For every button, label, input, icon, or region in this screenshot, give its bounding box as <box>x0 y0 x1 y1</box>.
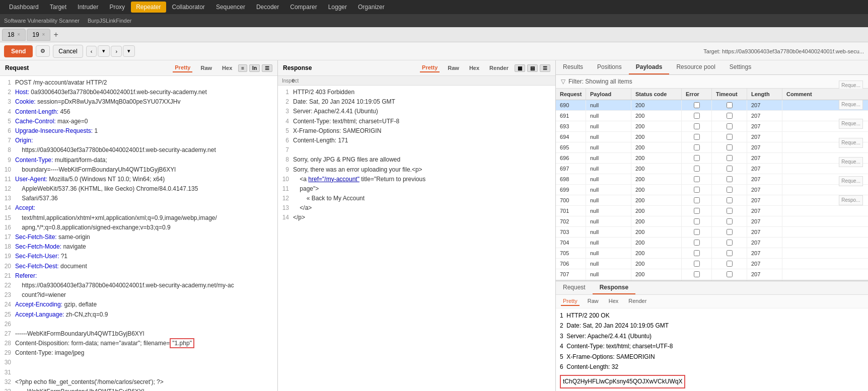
table-row[interactable]: 697 null 200 207 <box>556 164 868 174</box>
td-timeout[interactable] <box>712 185 747 195</box>
td-error[interactable] <box>682 142 712 152</box>
td-error[interactable] <box>682 259 712 269</box>
td-timeout[interactable] <box>712 153 747 163</box>
resp-tab-hex[interactable]: Hex <box>467 64 481 72</box>
td-timeout[interactable] <box>712 216 747 226</box>
send-button[interactable]: Send <box>4 45 33 57</box>
table-row[interactable]: 696 null 200 207 <box>556 153 868 164</box>
rb-tab-response[interactable]: Response <box>593 281 635 294</box>
tab-19-close[interactable]: × <box>42 32 45 37</box>
nav-repeater[interactable]: Repeater <box>131 2 166 13</box>
td-timeout[interactable] <box>712 269 747 279</box>
req-tab-hex[interactable]: Hex <box>220 64 234 72</box>
table-row[interactable]: 705 null 200 207 <box>556 248 868 259</box>
td-timeout[interactable] <box>712 238 747 248</box>
nav-organizer[interactable]: Organizer <box>353 2 390 13</box>
nav-proxy[interactable]: Proxy <box>104 2 130 13</box>
td-error[interactable] <box>682 121 712 131</box>
cancel-button[interactable]: Cancel <box>53 45 83 58</box>
table-row[interactable]: 702 null 200 207 <box>556 216 868 227</box>
th-length[interactable]: Length <box>747 89 782 100</box>
response-code[interactable]: 1HTTP/2 403 Forbidden 2Date: Sat, 20 Jan… <box>278 86 555 391</box>
table-row[interactable]: 701 null 200 207 <box>556 206 868 216</box>
req-tab-pretty[interactable]: Pretty <box>173 63 192 72</box>
table-row[interactable]: 704 null 200 207 <box>556 238 868 248</box>
th-comment[interactable]: Comment <box>782 89 868 100</box>
req-icon-ln[interactable]: ln <box>249 64 260 72</box>
nav-collaborator[interactable]: Collaborator <box>167 2 210 13</box>
tab-results[interactable]: Results <box>556 60 590 74</box>
table-row[interactable]: 699 null 200 207 <box>556 185 868 195</box>
table-row[interactable]: 703 null 200 207 <box>556 227 868 238</box>
req-tab-raw[interactable]: Raw <box>198 64 214 72</box>
table-row[interactable]: 700 null 200 207 <box>556 195 868 206</box>
nav-comparer[interactable]: Comparer <box>285 2 322 13</box>
th-payload[interactable]: Payload <box>586 89 631 100</box>
td-error[interactable] <box>682 132 712 142</box>
td-error[interactable] <box>682 164 712 174</box>
table-row[interactable]: 695 null 200 207 <box>556 142 868 153</box>
nav-dashboard[interactable]: Dashboard <box>4 2 44 13</box>
td-error[interactable] <box>682 216 712 226</box>
table-row[interactable]: 694 null 200 207 <box>556 132 868 142</box>
td-timeout[interactable] <box>712 195 747 205</box>
settings-button[interactable]: ⚙ <box>36 45 50 57</box>
td-error[interactable] <box>682 174 712 184</box>
table-row[interactable]: 691 null 200 207 <box>556 111 868 121</box>
nav-fwd-button[interactable]: › <box>111 46 122 57</box>
tab-18[interactable]: 18 × <box>2 29 26 41</box>
table-row[interactable]: 706 null 200 207 <box>556 259 868 269</box>
table-row[interactable]: 690 null 200 207 <box>556 100 868 111</box>
resp-icon-2[interactable]: ▤ <box>527 64 538 72</box>
td-error[interactable] <box>682 185 712 195</box>
td-error[interactable] <box>682 195 712 205</box>
td-timeout[interactable] <box>712 142 747 152</box>
th-error[interactable]: Error <box>682 89 712 100</box>
tab-18-close[interactable]: × <box>17 32 20 37</box>
req-icon-menu[interactable]: ☰ <box>262 64 272 72</box>
req-icon-wrap[interactable]: ≡ <box>238 64 247 72</box>
tab-payloads[interactable]: Payloads <box>629 60 670 74</box>
nav-decoder[interactable]: Decoder <box>251 2 284 13</box>
td-error[interactable] <box>682 269 712 279</box>
rb-tab-request[interactable]: Request <box>556 281 593 294</box>
th-timeout[interactable]: Timeout <box>712 89 747 100</box>
resp-icon-3[interactable]: ☰ <box>540 64 550 72</box>
nav-logger[interactable]: Logger <box>323 2 352 13</box>
td-timeout[interactable] <box>712 206 747 216</box>
tab-19[interactable]: 19 × <box>27 29 50 41</box>
nav-intruder[interactable]: Intruder <box>73 2 103 13</box>
td-error[interactable] <box>682 206 712 216</box>
th-status[interactable]: Status code <box>631 89 682 100</box>
resp-icon-1[interactable]: ▦ <box>515 64 525 72</box>
table-row[interactable]: 707 null 200 207 <box>556 269 868 280</box>
td-timeout[interactable] <box>712 121 747 131</box>
tab-add-button[interactable]: + <box>51 30 60 39</box>
td-error[interactable] <box>682 153 712 163</box>
table-row[interactable]: 698 null 200 207 <box>556 174 868 185</box>
resp-tab-pretty[interactable]: Pretty <box>420 63 440 72</box>
tab-settings[interactable]: Settings <box>722 60 758 74</box>
td-timeout[interactable] <box>712 259 747 269</box>
rb-subtab-hex[interactable]: Hex <box>607 297 621 306</box>
td-timeout[interactable] <box>712 248 747 258</box>
resp-tab-raw[interactable]: Raw <box>446 64 461 72</box>
td-error[interactable] <box>682 100 712 110</box>
td-timeout[interactable] <box>712 227 747 237</box>
td-error[interactable] <box>682 238 712 248</box>
td-timeout[interactable] <box>712 100 747 110</box>
table-row[interactable]: 693 null 200 207 <box>556 121 868 132</box>
nav-fwd-dropdown[interactable]: ▾ <box>123 45 135 57</box>
td-error[interactable] <box>682 227 712 237</box>
tab-positions[interactable]: Positions <box>590 60 629 74</box>
sub-nav-scanner[interactable]: Software Vulnerability Scanner <box>4 18 80 24</box>
td-timeout[interactable] <box>712 132 747 142</box>
rb-subtab-raw[interactable]: Raw <box>586 297 601 306</box>
tab-resource-pool[interactable]: Resource pool <box>669 60 722 74</box>
th-request[interactable]: Request <box>556 89 586 100</box>
td-error[interactable] <box>682 111 712 121</box>
td-timeout[interactable] <box>712 111 747 121</box>
rb-content[interactable]: 1 HTTP/2 200 OK 2 Date: Sat, 20 Jan 2024… <box>556 308 868 391</box>
nav-back-dropdown[interactable]: ▾ <box>98 45 110 57</box>
nav-target[interactable]: Target <box>45 2 71 13</box>
